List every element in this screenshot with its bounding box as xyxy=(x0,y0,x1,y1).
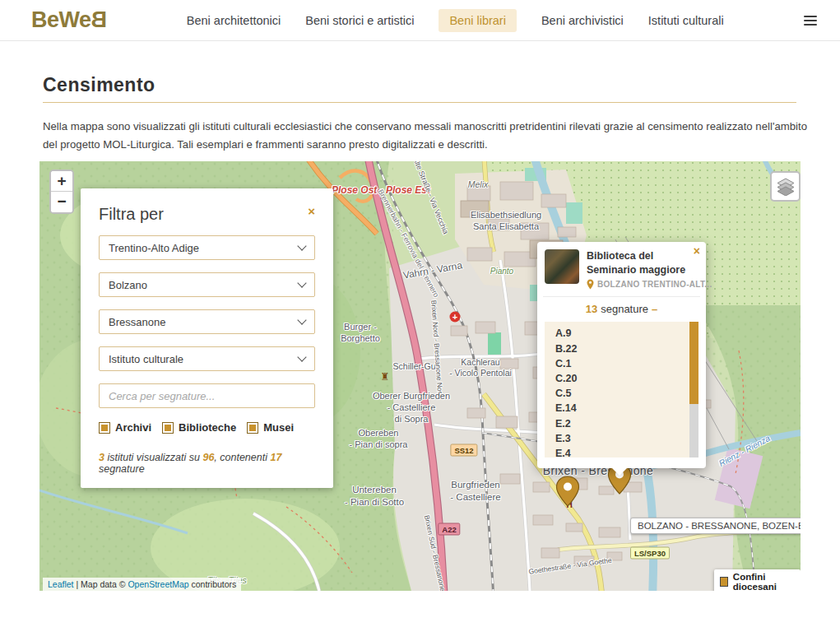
segnatura-item: E.14 xyxy=(555,401,698,416)
legend-swatch xyxy=(720,577,728,587)
nav-item-beni-librari[interactable]: Beni librari xyxy=(439,9,517,32)
zoom-out-button[interactable]: − xyxy=(51,192,72,212)
popup-close-button[interactable]: × xyxy=(694,244,700,258)
segnatura-item: E.4 xyxy=(555,446,698,457)
count-total: 96 xyxy=(202,452,214,463)
diocese-tooltip: BOLZANO - BRESSANONE, BOZEN-BRIXEN xyxy=(630,518,801,534)
segnatura-item: E.3 xyxy=(555,431,698,446)
checkbox-biblioteche[interactable]: Biblioteche xyxy=(162,421,236,434)
chevron-down-icon xyxy=(297,316,306,325)
nav-item-beni-architettonici[interactable]: Beni architettonici xyxy=(187,14,281,27)
layers-control[interactable] xyxy=(770,171,801,202)
leaflet-link[interactable]: Leaflet xyxy=(48,579,74,589)
filter-select-1[interactable]: Bolzano xyxy=(99,272,315,297)
filter-panel: Filtra per × Trentino-Alto AdigeBolzanoB… xyxy=(81,188,333,488)
hamburger-icon xyxy=(804,24,817,26)
checkbox-checked-icon xyxy=(247,422,258,434)
segnatura-item: A.9 xyxy=(555,326,698,341)
chevron-down-icon xyxy=(297,279,306,288)
segnature-count-label: segnature xyxy=(601,303,648,315)
segnatura-item: C.20 xyxy=(555,371,698,386)
filter-summary: 3 istituti visualizzati su 96, contenent… xyxy=(99,452,315,475)
osm-link[interactable]: OpenStreetMap xyxy=(128,579,188,589)
segnatura-item: C.1 xyxy=(555,356,698,371)
search-input[interactable] xyxy=(99,383,315,408)
filter-select-2[interactable]: Bressanone xyxy=(99,309,315,334)
nav-item-beni-archivistici[interactable]: Beni archivistici xyxy=(541,14,624,27)
filter-close-button[interactable]: × xyxy=(308,205,315,217)
segnature-count: 13 xyxy=(586,303,597,315)
zoom-in-button[interactable]: + xyxy=(51,171,72,192)
filter-select-0[interactable]: Trentino-Alto Adige xyxy=(99,235,315,260)
map-marker-pin[interactable] xyxy=(555,476,580,510)
segnatura-item: B.22 xyxy=(555,341,698,356)
zoom-control: + − xyxy=(49,170,74,214)
filter-select-3[interactable]: Istituto culturale xyxy=(99,346,315,371)
segnatura-item: E.2 xyxy=(555,416,698,431)
nav-item-beni-storici-e-artistici[interactable]: Beni storici e artistici xyxy=(305,14,414,27)
filter-dropdowns: Trentino-Alto AdigeBolzanoBressanoneIsti… xyxy=(99,235,315,371)
checkbox-archivi[interactable]: Archivi xyxy=(99,421,151,434)
scrollbar-track[interactable] xyxy=(689,322,698,457)
popup-title: Biblioteca del Seminario maggiore xyxy=(587,249,694,276)
popup-thumbnail xyxy=(545,249,579,284)
divider xyxy=(543,296,700,297)
legend-label: Confini diocesani xyxy=(733,572,795,591)
popup-location: BOLZANO TRENTINO-ALT... xyxy=(597,280,712,289)
segnatura-item: C.5 xyxy=(555,386,698,401)
chevron-down-icon xyxy=(297,353,306,362)
hamburger-icon xyxy=(804,20,817,21)
main-nav: Beni architettoniciBeni storici e artist… xyxy=(187,9,724,32)
checkbox-musei[interactable]: Musei xyxy=(247,421,294,434)
map-container[interactable]: Plose Ost - Plose EstBrennerbahn - Ferro… xyxy=(39,161,801,591)
count-segnature: 17 xyxy=(270,452,281,463)
filter-title: Filtra per xyxy=(99,205,164,224)
filter-checkboxes: ArchiviBibliotecheMusei xyxy=(99,421,315,434)
hamburger-icon xyxy=(804,16,817,17)
page-title: Censimento xyxy=(43,76,796,103)
menu-button[interactable] xyxy=(804,12,817,29)
segnature-toggle[interactable]: 13segnature– xyxy=(545,303,698,315)
segnature-list: A.9B.22C.1C.20C.5E.14E.2E.3E.4 xyxy=(545,322,698,457)
layers-icon xyxy=(776,178,796,196)
map-attribution: Leaflet | Map data © OpenStreetMap contr… xyxy=(43,578,241,591)
chevron-down-icon xyxy=(297,242,306,251)
header: BeWeB Beni architettoniciBeni storici e … xyxy=(0,0,840,41)
map-popup: × Biblioteca del Seminario maggiore BOLZ… xyxy=(537,242,706,468)
page-description: Nella mappa sono visualizzati gli istitu… xyxy=(43,118,814,154)
collapse-icon: – xyxy=(652,303,657,315)
location-pin-icon xyxy=(587,279,594,290)
brand-logo[interactable]: BeWeB xyxy=(31,7,107,33)
scrollbar-thumb[interactable] xyxy=(689,322,698,404)
checkbox-checked-icon xyxy=(162,422,174,434)
map-legend: Confini diocesani xyxy=(714,569,801,591)
main-content: Censimento Nella mappa sono visualizzati… xyxy=(0,76,840,591)
nav-item-istituti-culturali[interactable]: Istituti culturali xyxy=(648,14,724,27)
popup-tail xyxy=(611,467,628,476)
checkbox-checked-icon xyxy=(99,422,110,434)
count-shown: 3 xyxy=(99,452,104,463)
